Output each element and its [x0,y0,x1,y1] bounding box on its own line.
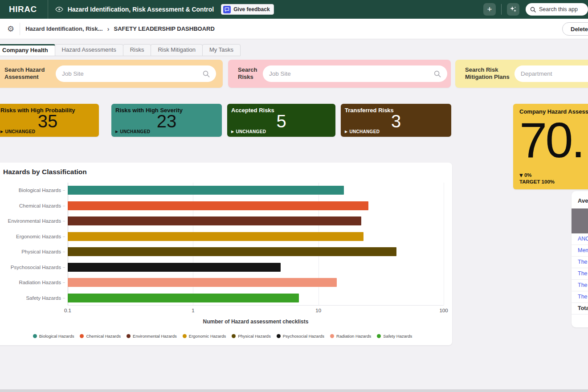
tab-hazard-assessments[interactable]: Hazard Assessments [55,44,123,56]
search-icon [203,70,210,78]
delete-button[interactable]: Delete sa [562,22,588,36]
table-header: Avera [572,191,588,208]
legend-dot [330,334,334,338]
tab-risk-mitigation[interactable]: Risk Mitigation [151,44,203,56]
bottom-scroll-strip[interactable] [0,389,588,392]
legend-dot [377,334,381,338]
legend-item-biological-hazards: Biological Hazards [33,334,74,339]
chart-bar-safety-hazards[interactable] [68,294,299,302]
record-link[interactable]: The Ca [578,259,588,265]
give-feedback-button[interactable]: Give feedback [221,4,274,15]
gridline [444,183,444,305]
tab-risks[interactable]: Risks [123,44,151,56]
chart-legend: Biological HazardsChemical HazardsEnviro… [0,334,446,339]
app-search[interactable] [526,3,588,16]
gear-icon[interactable]: ⚙ [7,24,14,33]
filter-search-input[interactable] [62,70,203,77]
filter-label: Search Risk Mitigation Plans [465,66,514,82]
kpi-trend: ▶UNCHANGED [0,129,35,134]
legend-item-radiation-hazards: Radiation Hazards [330,334,371,339]
legend-dot [33,334,37,338]
kpi-value: 3 [345,112,447,130]
give-feedback-label: Give feedback [233,6,270,12]
category-label: Environmental Hazards [0,213,65,229]
score-card-value: 70. [519,116,588,165]
breadcrumb-page-title: SAFETY LEADERSHIP DASHBOARD [114,25,215,32]
legend-item-chemical-hazards: Chemical Hazards [80,334,121,339]
table-row: The Yar [572,291,588,303]
app-search-input[interactable] [539,6,584,12]
breadcrumb-app-link[interactable]: Hazard Identification, Risk... [25,25,102,32]
filter-banner-search-hazard-assessment: Search Hazard Assessment [0,60,223,88]
chart-bar-radiation-hazards[interactable] [68,278,337,287]
chart-bar-ergonomic-hazards[interactable] [68,232,363,241]
legend-item-safety-hazards: Safety Hazards [377,334,412,339]
tab-bar: Company HealthHazard AssessmentsRisksRis… [0,44,241,56]
topbar-divider [48,0,48,19]
kpi-card-risks-with-high-severity: Risks with High Severity23▶UNCHANGED [111,104,222,137]
score-card-footer: ▼ 0% TARGET 100% [519,172,555,185]
filter-search-box[interactable] [514,65,588,82]
filter-banner-search-risks: Search Risks [228,60,451,88]
chart-bar-environmental-hazards[interactable] [68,216,361,225]
play-icon: ▶ [345,130,347,134]
tab-my-tasks[interactable]: My Tasks [202,44,241,56]
sparkles-button[interactable] [507,3,519,16]
record-link[interactable]: The Co [578,270,588,277]
filter-search-input[interactable] [269,70,434,77]
search-icon [434,70,441,78]
legend-item-environmental-hazards: Environmental Hazards [127,334,177,339]
x-tick-label: 1 [192,308,194,313]
table-row: Memph [572,245,588,257]
kpi-trend-label: UNCHANGED [5,129,35,134]
x-tick-label: 10 [315,308,321,313]
down-arrow-icon: ▼ [519,173,523,178]
record-link[interactable]: The Yar [578,294,588,300]
filter-banner-search-risk-mitigation-plans: Search Risk Mitigation Plans [455,60,588,88]
score-card: Company Hazard Assessment S 70. ▼ 0% TAR… [513,104,588,189]
kpi-value: 23 [115,112,218,130]
x-tick-label: 0.1 [64,308,71,313]
legend-dot [277,334,281,338]
table-row: The Co [572,268,588,280]
chart-title: Hazards by Classification [3,168,87,176]
score-target: TARGET 100% [519,179,555,185]
app-logo[interactable]: HIRAC [0,4,48,14]
legend-dot [232,334,236,338]
kpi-trend: ▶UNCHANGED [231,129,266,134]
chart-x-ticks: 0.1110100 [68,308,444,314]
filter-search-box[interactable] [56,65,216,82]
play-icon: ▶ [115,130,118,134]
play-icon: ▶ [0,130,3,134]
record-link[interactable]: The Per [578,282,588,288]
kpi-value: 35 [0,112,95,130]
filter-search-input[interactable] [521,70,588,77]
legend-item-physical-hazards: Physical Hazards [232,334,270,339]
kpi-trend-label: UNCHANGED [236,129,266,134]
topbar-divider [501,4,502,15]
record-link[interactable]: Memph [578,247,588,253]
page-header: ⚙ Hazard Identification, Risk... › SAFET… [0,19,588,39]
filter-search-box[interactable] [263,65,447,82]
table-totals-row: Totals ( [572,303,588,314]
legend-label: Physical Hazards [238,334,270,339]
kpi-trend-label: UNCHANGED [349,129,380,134]
table-column-header-block [572,208,588,233]
chart-bar-biological-hazards[interactable] [68,186,344,195]
legend-label: Chemical Hazards [86,334,121,339]
chart-bar-psychosocial-hazards[interactable] [68,263,281,272]
category-label: Chemical Hazards [0,198,65,214]
category-label: Psychosocial Hazards [0,260,65,275]
legend-dot [80,334,84,338]
filter-label: Search Risks [238,66,265,82]
chart-bar-physical-hazards[interactable] [68,247,396,256]
filter-label: Search Hazard Assessment [4,66,49,82]
add-button[interactable]: + [483,3,496,16]
topbar-actions: + [483,0,588,19]
chart-bar-chemical-hazards[interactable] [68,201,368,210]
record-link[interactable]: ANOVA [578,236,588,242]
play-icon: ▶ [231,130,234,134]
top-app-bar: HIRAC Hazard Identification, Risk Assess… [0,0,588,19]
tab-company-health[interactable]: Company Health [0,44,55,56]
average-score-table: Avera ANOVAMemphThe CaThe CoThe PerThe Y… [572,191,588,327]
